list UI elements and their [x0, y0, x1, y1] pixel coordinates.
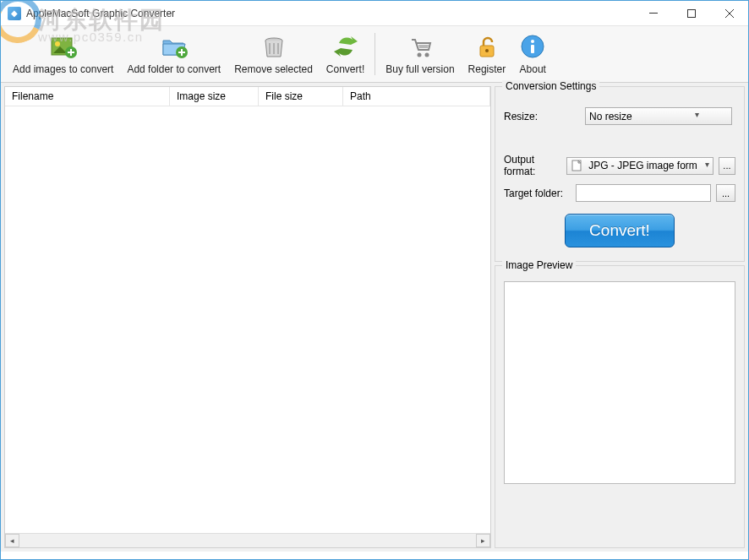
image-preview-group: Image Preview: [495, 265, 745, 548]
toolbar-separator: [374, 33, 375, 75]
register-label: Register: [468, 63, 506, 75]
app-icon: ◆: [8, 7, 21, 20]
remove-selected-button[interactable]: Remove selected: [229, 30, 318, 79]
remove-selected-label: Remove selected: [234, 63, 313, 75]
cart-icon: [407, 33, 434, 60]
svg-point-8: [424, 53, 429, 57]
resize-label: Resize:: [504, 111, 580, 122]
file-list[interactable]: Filename Image size File size Path ◂ ▸: [4, 86, 491, 548]
info-icon: [519, 33, 546, 60]
list-header: Filename Image size File size Path: [5, 87, 490, 106]
column-filename[interactable]: Filename: [5, 87, 170, 106]
about-button[interactable]: About: [514, 30, 551, 79]
preview-group-title: Image Preview: [502, 259, 576, 271]
close-icon: [725, 9, 734, 18]
target-folder-label: Target folder:: [504, 188, 571, 199]
target-folder-input[interactable]: [576, 184, 711, 202]
minimize-button[interactable]: [634, 1, 672, 25]
maximize-button[interactable]: [672, 1, 710, 25]
svg-point-12: [531, 40, 534, 43]
add-images-button[interactable]: Add images to convert: [8, 30, 118, 79]
output-format-label: Output format:: [504, 154, 561, 177]
convert-label: Convert!: [326, 63, 364, 75]
svg-point-10: [485, 49, 489, 52]
titlebar: ◆ AppleMacSoft Graphic Converter: [1, 1, 748, 26]
maximize-icon: [687, 9, 696, 18]
scroll-right-button[interactable]: ▸: [476, 534, 490, 547]
column-image-size[interactable]: Image size: [170, 87, 259, 106]
toolbar: Add images to convert Add folder to conv…: [1, 26, 748, 83]
add-images-icon: [50, 33, 77, 60]
svg-rect-1: [687, 9, 695, 17]
buy-button[interactable]: Buy full version: [380, 30, 459, 79]
svg-point-7: [417, 53, 421, 57]
resize-select[interactable]: [585, 107, 732, 125]
output-format-select[interactable]: JPG - JPEG image form: [566, 157, 713, 175]
scroll-left-button[interactable]: ◂: [5, 534, 19, 547]
preview-box: [504, 281, 735, 484]
target-folder-browse-button[interactable]: ...: [716, 184, 735, 202]
add-folder-button[interactable]: Add folder to convert: [122, 30, 226, 79]
conversion-settings-group: Conversion Settings Resize: Output forma…: [495, 86, 745, 262]
window-title: AppleMacSoft Graphic Converter: [26, 8, 634, 19]
lock-open-icon: [473, 33, 500, 60]
svg-point-3: [55, 41, 60, 46]
column-path[interactable]: Path: [343, 87, 490, 106]
add-images-label: Add images to convert: [13, 63, 113, 75]
convert-icon: [332, 33, 359, 60]
svg-rect-0: [649, 13, 658, 14]
minimize-icon: [649, 13, 658, 14]
output-format-value: JPG - JPEG image form: [588, 160, 697, 171]
output-format-browse-button[interactable]: ...: [719, 157, 735, 175]
close-button[interactable]: [710, 1, 748, 25]
file-icon: [571, 160, 582, 171]
register-button[interactable]: Register: [463, 30, 511, 79]
add-folder-label: Add folder to convert: [127, 63, 221, 75]
horizontal-scrollbar[interactable]: ◂ ▸: [5, 533, 490, 547]
about-label: About: [520, 63, 546, 75]
svg-rect-13: [531, 45, 534, 53]
convert-big-button[interactable]: Convert!: [565, 214, 675, 247]
add-folder-icon: [161, 33, 188, 60]
column-file-size[interactable]: File size: [259, 87, 343, 106]
settings-group-title: Conversion Settings: [502, 80, 599, 92]
trash-icon: [260, 33, 287, 60]
convert-button[interactable]: Convert!: [321, 30, 369, 79]
scroll-track[interactable]: [19, 534, 476, 547]
buy-label: Buy full version: [385, 63, 454, 75]
